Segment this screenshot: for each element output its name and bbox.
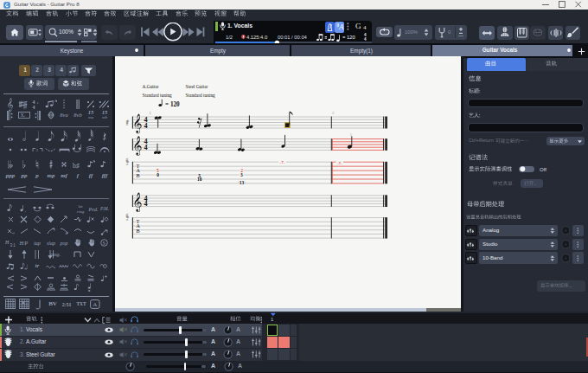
svg-text:A: A <box>236 326 240 332</box>
svg-text:s.gtr.: s.gtr. <box>125 158 129 165</box>
svg-text:-7-: -7- <box>337 161 342 165</box>
svg-text:A: A <box>338 23 344 31</box>
svg-text:TXT: TXT <box>76 301 86 306</box>
svg-text:3.: 3. <box>20 351 25 357</box>
svg-text:2: 2 <box>332 112 334 115</box>
svg-text:H/P: H/P <box>19 241 29 246</box>
svg-text:Guitar Vocals: Guitar Vocals <box>483 47 518 53</box>
svg-text:= 120: = 120 <box>165 101 180 108</box>
svg-text:S: S <box>103 241 105 246</box>
svg-text:-7-: -7- <box>280 160 285 164</box>
svg-text:tr: tr <box>35 262 40 268</box>
svg-text:0: 0 <box>157 172 159 177</box>
svg-text:Ctrl+Return: Ctrl+Return <box>469 138 494 143</box>
svg-text:A: A <box>93 301 97 308</box>
svg-text:sng.: sng. <box>125 119 129 126</box>
svg-text:Steel Guitar: Steel Guitar <box>186 84 208 89</box>
svg-text:A: A <box>211 326 215 332</box>
svg-text:pop: pop <box>60 240 68 245</box>
svg-text:100%: 100% <box>405 29 418 35</box>
svg-text:3: 3 <box>240 172 243 177</box>
svg-text:Vocals: Vocals <box>26 326 42 332</box>
svg-text:P.M.: P.M. <box>99 206 109 211</box>
svg-text:A.Guitar: A.Guitar <box>143 84 159 89</box>
svg-text:8vb: 8vb <box>74 112 82 118</box>
svg-text:2: 2 <box>35 67 39 73</box>
svg-text:4: 4 <box>144 200 148 208</box>
svg-text:tap: tap <box>34 240 41 245</box>
svg-text:let: let <box>79 204 84 209</box>
svg-text:2:51: 2:51 <box>62 301 72 306</box>
svg-text:Standard tuning: Standard tuning <box>143 93 173 98</box>
svg-text:BV: BV <box>48 300 57 307</box>
svg-text:4: 4 <box>363 24 367 31</box>
svg-text:4: 4 <box>33 104 35 108</box>
svg-text:ff: ff <box>89 172 93 178</box>
svg-text:A: A <box>238 363 242 369</box>
svg-text:4: 4 <box>144 122 148 130</box>
svg-text:10-Band: 10-Band <box>483 254 503 260</box>
svg-text:A: A <box>236 338 240 344</box>
svg-text:Empty: Empty <box>209 48 226 55</box>
svg-text:slap: slap <box>46 240 54 245</box>
svg-text:3:1: 3:1 <box>10 243 16 248</box>
svg-text:1. Vocals: 1. Vocals <box>227 23 252 29</box>
svg-text:ma: ma <box>88 115 94 119</box>
svg-text:B: B <box>137 172 140 178</box>
svg-text:Studio: Studio <box>483 241 498 247</box>
svg-text:10: 10 <box>197 177 202 182</box>
svg-text:A: A <box>236 351 240 357</box>
svg-text:G: G <box>355 22 361 30</box>
svg-text:fff: fff <box>101 172 107 178</box>
svg-text:3: 3 <box>48 67 51 73</box>
svg-text:pp: pp <box>20 172 27 178</box>
svg-text:A.Guitar: A.Guitar <box>26 338 47 344</box>
svg-text:H: H <box>5 240 10 245</box>
svg-text:b♯: b♯ <box>73 161 80 169</box>
svg-text:...: ... <box>525 137 529 142</box>
svg-text:ppp: ppp <box>5 172 16 178</box>
svg-text:Standard tuning: Standard tuning <box>186 93 216 98</box>
svg-text:mf: mf <box>61 172 67 178</box>
svg-text:Ped.: Ped. <box>88 206 99 211</box>
svg-text:13: 13 <box>240 180 245 185</box>
svg-text:2.: 2. <box>20 338 25 344</box>
svg-text:rasg.: rasg. <box>50 251 61 256</box>
svg-text:p: p <box>35 172 39 178</box>
svg-text:1: 1 <box>150 112 151 115</box>
svg-text:Steel Guitar: Steel Guitar <box>26 351 56 357</box>
svg-text:B: B <box>137 228 140 234</box>
svg-text:A: A <box>211 363 215 369</box>
svg-text:3: 3 <box>35 147 38 151</box>
svg-text:00:01 / 00:04: 00:01 / 00:04 <box>278 35 308 40</box>
svg-text:A: A <box>211 351 215 357</box>
svg-text:mp: mp <box>47 172 54 178</box>
svg-text:1/2: 1/2 <box>226 35 233 40</box>
svg-text:100%: 100% <box>59 29 74 35</box>
svg-text:X.: X. <box>20 113 25 118</box>
svg-text:4: 4 <box>60 67 63 73</box>
svg-text:Empty(1): Empty(1) <box>350 48 373 55</box>
svg-text:ring: ring <box>77 209 85 213</box>
svg-text:1: 1 <box>23 67 27 73</box>
svg-text:= 120: = 120 <box>342 35 355 40</box>
svg-text:Guitar Vocals - Guitar Pro 8: Guitar Vocals - Guitar Pro 8 <box>14 1 80 7</box>
svg-text:s.gtr.: s.gtr. <box>125 213 129 221</box>
svg-text:Off: Off <box>540 166 546 171</box>
svg-text:4.125:4.0: 4.125:4.0 <box>246 35 267 40</box>
svg-text:Keystone: Keystone <box>61 48 84 55</box>
svg-text:Analog: Analog <box>483 227 500 233</box>
svg-text:mb: mb <box>101 115 107 119</box>
svg-text:2: 2 <box>350 133 352 137</box>
svg-text:A: A <box>211 338 215 344</box>
svg-text:8va: 8va <box>60 112 67 118</box>
svg-text:1.: 1. <box>20 326 25 332</box>
svg-text:4: 4 <box>144 144 148 151</box>
svg-text:0: 0 <box>448 29 451 35</box>
